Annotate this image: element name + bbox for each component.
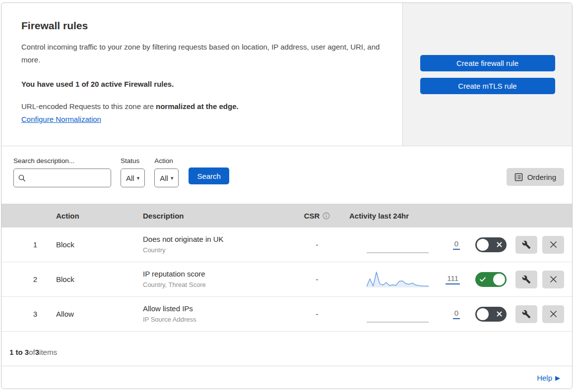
table-header: Action Description CSR Activity last 24h… <box>1 204 572 227</box>
configure-normalization-link[interactable]: Configure Normalization <box>21 115 101 123</box>
rule-description: Does not originate in UK <box>143 234 292 244</box>
items-count: 1 to 3 of 3 items <box>1 332 572 366</box>
delete-rule-button[interactable] <box>542 236 564 254</box>
rule-description-cell: Allow listed IPs IP Source Address <box>133 304 292 324</box>
check-icon <box>480 272 486 287</box>
chevron-down-icon: ▾ <box>171 175 174 181</box>
rule-priority: 3 <box>1 310 46 318</box>
ordered-list-icon <box>514 173 523 181</box>
rule-enabled-toggle[interactable] <box>475 272 507 287</box>
toggle-knob <box>477 239 489 251</box>
create-mtls-rule-button[interactable]: Create mTLS rule <box>420 78 555 94</box>
table-row: 1 Block Does not originate in UK Country… <box>1 227 572 262</box>
search-label: Search description... <box>13 157 111 165</box>
edit-rule-button[interactable] <box>515 236 537 254</box>
page-title: Firewall rules <box>21 20 383 32</box>
close-icon <box>549 310 558 318</box>
status-select[interactable]: All ▾ <box>121 168 145 187</box>
table-row: 2 Block IP reputation score Country, Thr… <box>1 262 572 297</box>
header-csr-label: CSR <box>304 212 320 220</box>
header-activity: Activity last 24hr <box>342 212 466 220</box>
help-link[interactable]: Help ▶ <box>537 374 560 382</box>
activity-count[interactable]: 111 <box>446 274 460 284</box>
rule-activity-cell: 111 <box>342 270 466 289</box>
action-label: Action <box>154 157 179 165</box>
activity-count[interactable]: 0 <box>453 239 460 250</box>
activity-sparkline <box>367 304 429 324</box>
ordering-button-label: Ordering <box>527 173 556 181</box>
header-action: Action <box>46 212 133 220</box>
rule-description-cell: IP reputation score Country, Threat Scor… <box>133 269 292 289</box>
rule-action: Allow <box>46 310 133 318</box>
rule-enabled-toggle[interactable] <box>475 307 507 322</box>
rule-activity-cell: 0 <box>342 304 466 324</box>
status-selected-value: All <box>126 174 134 182</box>
edit-rule-button[interactable] <box>515 271 537 288</box>
rule-csr: - <box>292 240 342 249</box>
help-link-label: Help <box>537 374 552 382</box>
x-icon <box>497 237 502 252</box>
filter-bar: Search description... Status All ▾ Actio… <box>1 146 572 204</box>
activity-sparkline <box>367 235 429 255</box>
action-selected-value: All <box>160 174 168 182</box>
rule-csr: - <box>292 275 342 283</box>
page-description: Control incoming traffic to your zone by… <box>21 41 383 66</box>
rule-description: Allow listed IPs <box>143 304 292 314</box>
ordering-button[interactable]: Ordering <box>507 168 564 186</box>
header-description: Description <box>133 212 292 220</box>
search-icon <box>18 174 26 182</box>
rule-action: Block <box>46 240 133 249</box>
normalization-note-text: URL-encoded Requests to this zone are <box>21 102 156 111</box>
activity-sparkline <box>367 270 429 289</box>
rule-fields: IP Source Address <box>143 315 292 324</box>
wrench-icon <box>522 310 531 319</box>
header-text-block: Firewall rules Control incoming traffic … <box>1 3 402 146</box>
status-filter-group: Status All ▾ <box>121 157 145 187</box>
action-filter-group: Action All ▾ <box>154 157 179 187</box>
actions-panel: Create firewall rule Create mTLS rule <box>402 3 572 146</box>
header-section: Firewall rules Control incoming traffic … <box>1 3 572 146</box>
help-bar: Help ▶ <box>1 366 572 389</box>
items-range: 1 to 3 <box>9 348 29 356</box>
search-button[interactable]: Search <box>189 168 229 184</box>
search-input[interactable] <box>29 174 107 182</box>
rule-fields: Country, Threat Score <box>143 280 292 289</box>
close-icon <box>549 240 558 249</box>
table-row: 3 Allow Allow listed IPs IP Source Addre… <box>1 297 572 332</box>
rule-activity-cell: 0 <box>342 235 466 255</box>
create-firewall-rule-button[interactable]: Create firewall rule <box>420 55 555 71</box>
rule-enabled-toggle[interactable] <box>475 237 507 252</box>
usage-note: You have used 1 of 20 active Firewall ru… <box>21 80 383 88</box>
items-total: 3 <box>35 348 39 356</box>
action-select[interactable]: All ▾ <box>154 168 179 187</box>
wrench-icon <box>522 240 531 249</box>
rule-description: IP reputation score <box>143 269 292 279</box>
close-icon <box>549 275 558 283</box>
search-group: Search description... <box>13 157 111 187</box>
rule-description-cell: Does not originate in UK Country <box>133 234 292 255</box>
rule-fields: Country <box>143 246 292 255</box>
delete-rule-button[interactable] <box>542 305 564 323</box>
rule-priority: 2 <box>1 275 46 283</box>
edit-rule-button[interactable] <box>515 305 537 323</box>
activity-count[interactable]: 0 <box>453 309 460 319</box>
info-icon[interactable] <box>322 212 330 220</box>
x-icon <box>497 307 502 322</box>
toggle-knob <box>477 308 489 320</box>
rule-csr: - <box>292 310 342 318</box>
delete-rule-button[interactable] <box>542 271 564 288</box>
normalization-note: URL-encoded Requests to this zone are no… <box>21 102 383 111</box>
normalization-note-bold: normalized at the edge. <box>156 102 239 111</box>
wrench-icon <box>522 275 531 284</box>
toggle-knob <box>493 274 505 285</box>
status-label: Status <box>121 157 145 165</box>
rule-action: Block <box>46 275 133 283</box>
header-csr: CSR <box>292 212 342 220</box>
chevron-down-icon: ▾ <box>137 175 140 181</box>
firewall-rules-panel: Firewall rules Control incoming traffic … <box>1 2 573 389</box>
rule-priority: 1 <box>1 240 46 249</box>
search-input-box[interactable] <box>13 168 111 187</box>
arrow-right-icon: ▶ <box>555 374 560 382</box>
